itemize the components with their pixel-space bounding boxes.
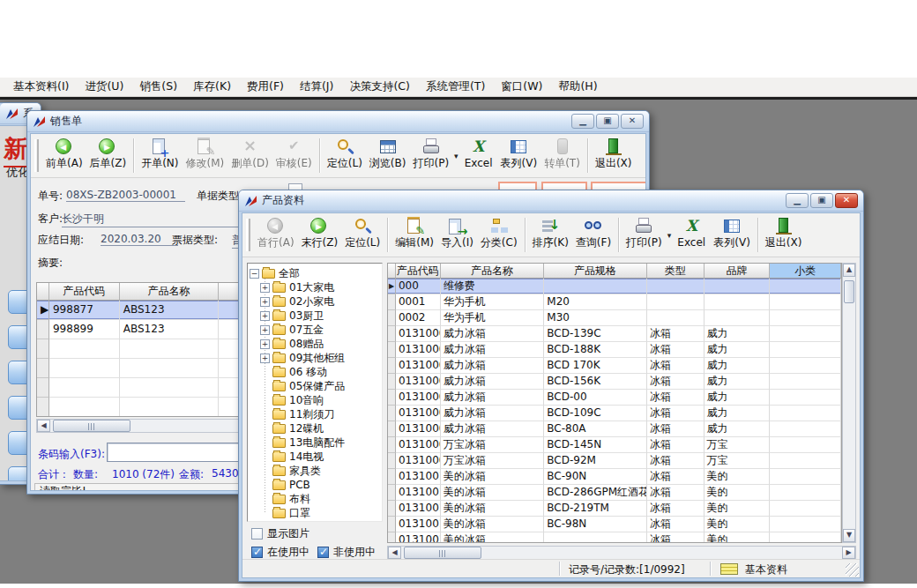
tree-item-13[interactable]: 家具类 <box>248 464 382 478</box>
menu-item-1[interactable]: 进货(U) <box>77 77 131 97</box>
print-dropdown-arrow[interactable]: ▾ <box>666 231 674 240</box>
checkbox[interactable] <box>317 547 329 558</box>
toolbar-button-new-doc[interactable]: +开单(N) <box>138 135 182 176</box>
tree-item-6[interactable]: 06 移动 <box>248 365 382 379</box>
column-header[interactable]: 品牌 <box>705 264 771 279</box>
tree-item-1[interactable]: +02小家电 <box>248 294 382 309</box>
menu-item-2[interactable]: 销售(S) <box>131 77 185 97</box>
column-header[interactable]: 小类 <box>770 264 841 279</box>
table-row[interactable]: 01310004威力冰箱BCD-156K冰箱威力 <box>388 374 841 390</box>
tree-item-14[interactable]: PCB <box>248 478 382 492</box>
checkbox[interactable] <box>251 528 263 540</box>
order-no-value[interactable]: 08XS-ZB2003-00001 <box>66 189 185 202</box>
column-header[interactable]: 类型 <box>647 264 705 279</box>
tree-item-8[interactable]: 10音响 <box>248 393 382 407</box>
table-row[interactable]: 01310003威力冰箱BCD 170K冰箱威力 <box>388 358 841 374</box>
toolbar-button-category[interactable]: 分类(C) <box>477 214 521 256</box>
scroll-left-button[interactable]: ◀ <box>37 420 50 432</box>
toolbar-button-delete[interactable]: ×删单(D) <box>227 135 272 176</box>
scroll-left-button[interactable]: ◀ <box>388 547 401 559</box>
print-dropdown-arrow[interactable]: ▾ <box>452 152 460 160</box>
table-row[interactable]: 01310009万宝冰箱BCD-92M冰箱万宝 <box>388 453 841 469</box>
table-row[interactable]: 01310008万宝冰箱BCD-145N冰箱万宝 <box>388 437 841 453</box>
toolbar-button-first[interactable]: ◀首行(A) <box>254 214 298 256</box>
tree-item-root[interactable]: −全部 <box>248 266 382 280</box>
scroll-right-button[interactable]: ▶ <box>842 547 855 559</box>
menu-item-4[interactable]: 费用(F) <box>239 77 292 97</box>
menu-item-7[interactable]: 系统管理(T) <box>418 77 493 97</box>
table-row[interactable]: 01310012美的冰箱BCD-219TM冰箱美的 <box>388 501 841 517</box>
toolbar-button-next[interactable]: ▶后单(Z) <box>86 135 130 176</box>
tree-item-16[interactable]: 口罩 <box>248 506 382 520</box>
due-date-value[interactable]: 2020.03.20 <box>101 233 178 246</box>
checkbox[interactable] <box>251 547 263 558</box>
toolbar-button-browse[interactable]: 浏览(B) <box>366 135 410 176</box>
toolbar-button-locate[interactable]: 定位(L) <box>341 214 384 256</box>
tree-item-15[interactable]: 布料 <box>248 492 382 506</box>
tree-item-9[interactable]: 11剃须刀 <box>248 407 382 421</box>
scroll-thumb[interactable] <box>53 420 130 432</box>
product-table-vscrollbar[interactable]: ▲ ▼ <box>842 263 856 543</box>
toolbar-button-prev[interactable]: ◀前单(A) <box>42 135 86 176</box>
tree-item-10[interactable]: 12碟机 <box>248 421 382 435</box>
tree-item-12[interactable]: 14电视 <box>248 450 382 464</box>
tree-item-0[interactable]: +01大家电 <box>248 280 382 294</box>
maximize-button[interactable]: ▣ <box>810 193 833 208</box>
product-window-titlebar[interactable]: 产品资料 ▁ ▣ ✕ <box>239 190 863 212</box>
toolbar-button-print[interactable]: 打印(P) <box>409 135 452 176</box>
table-row[interactable]: 01310001威力冰箱BCD-139C冰箱威力 <box>388 326 841 342</box>
tree-item-2[interactable]: +03厨卫 <box>248 309 382 323</box>
table-row[interactable]: 0002华为手机M30 <box>388 310 841 326</box>
table-row[interactable]: 01310007威力冰箱BC-80A冰箱威力 <box>388 421 841 437</box>
table-row[interactable]: 0001华为手机M20 <box>388 294 841 310</box>
table-row[interactable]: 01310010美的冰箱BC-90N冰箱美的 <box>388 469 841 485</box>
toolbar-button-approve[interactable]: ✔审核(E) <box>272 135 316 176</box>
minimize-button[interactable]: ▁ <box>571 114 594 129</box>
resize-grip[interactable] <box>846 563 859 577</box>
table-row[interactable]: 01310014美的冰箱冰箱美的 <box>388 532 841 543</box>
scroll-down-button[interactable]: ▼ <box>843 529 855 542</box>
category-tree[interactable]: −全部+01大家电+02小家电+03厨卫+07五金+08赠品+09其他柜组06 … <box>247 263 383 522</box>
toolbar-button-edit[interactable]: ✎修改(M) <box>183 135 228 176</box>
column-header[interactable]: 产品名称 <box>441 264 545 279</box>
menu-item-5[interactable]: 结算(J) <box>292 77 341 97</box>
expand-box-icon[interactable]: + <box>260 339 270 349</box>
scroll-thumb[interactable] <box>844 280 854 303</box>
table-row[interactable]: 01310005威力冰箱BCD-00冰箱威力 <box>388 390 841 406</box>
toolbar-button-exit[interactable]: 退出(X) <box>762 214 806 256</box>
menu-item-8[interactable]: 窗口(W) <box>493 77 550 97</box>
toolbar-button-print[interactable]: 打印(P) <box>623 214 666 256</box>
expand-box-icon[interactable]: + <box>260 325 270 335</box>
minimize-button[interactable]: ▁ <box>786 193 809 208</box>
toolbar-button-edit[interactable]: ✎编辑(M) <box>391 214 437 256</box>
toolbar-button-columns[interactable]: 表列(V) <box>710 214 754 256</box>
menu-item-9[interactable]: 帮助(H) <box>550 77 605 97</box>
menu-item-0[interactable]: 基本资料(I) <box>5 77 77 97</box>
tree-item-5[interactable]: +09其他柜组 <box>248 351 382 365</box>
sales-window-titlebar[interactable]: 销售单 ▁ ▣ ✕ <box>27 111 649 132</box>
tree-item-7[interactable]: 05保健产品 <box>248 379 382 393</box>
toolbar-button-excel[interactable]: XExcel <box>460 135 497 176</box>
toolbar-button-excel[interactable]: XExcel <box>673 214 710 256</box>
toolbar-button-transfer[interactable]: 转单(T) <box>541 135 584 176</box>
table-row[interactable]: 01310002威力冰箱BCD-188K冰箱威力 <box>388 342 841 358</box>
product-table[interactable]: 产品代码产品名称产品规格类型品牌小类▶000维修费0001华为手机M200002… <box>387 263 842 543</box>
column-header[interactable]: 产品规格 <box>544 264 647 279</box>
toolbar-button-exit[interactable]: 退出(X) <box>592 135 636 176</box>
column-header[interactable]: 产品名称 <box>120 283 220 301</box>
toolbar-button-search[interactable]: 查询(F) <box>572 214 615 256</box>
toolbar-button-next[interactable]: ▶末行(Z) <box>298 214 342 256</box>
toolbar-button-locate[interactable]: 定位(L) <box>324 135 366 176</box>
toolbar-button-import[interactable]: →导入(I) <box>437 214 477 256</box>
table-row[interactable]: 01310013美的冰箱BC-98N冰箱美的 <box>388 517 841 532</box>
menu-item-3[interactable]: 库存(K) <box>185 77 239 97</box>
menu-item-6[interactable]: 决策支持(C) <box>341 77 417 97</box>
table-row[interactable]: ▶000维修费 <box>388 279 841 294</box>
table-row[interactable]: 01310011美的冰箱BCD-286GPM红酒花纹冰箱美的 <box>388 485 841 501</box>
toolbar-grip[interactable] <box>246 219 250 251</box>
tree-item-3[interactable]: +07五金 <box>248 323 382 337</box>
expand-box-icon[interactable]: + <box>260 297 270 307</box>
toolbar-button-sort[interactable]: ↓排序(K) <box>529 214 572 256</box>
expand-box-icon[interactable]: + <box>260 283 270 293</box>
tree-item-11[interactable]: 13电脑配件 <box>248 435 382 450</box>
